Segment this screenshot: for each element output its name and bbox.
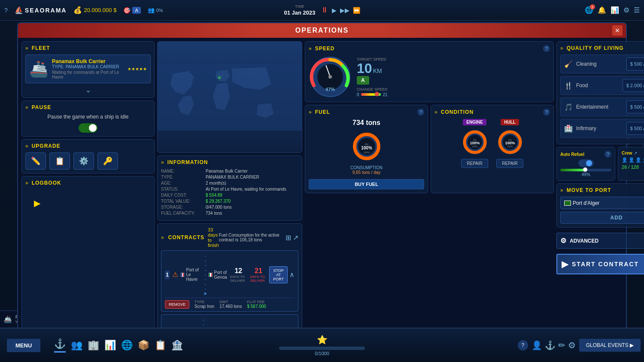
auto-refuel-help[interactable]: ? bbox=[605, 151, 611, 158]
svg-text:100%: 100% bbox=[505, 141, 515, 145]
crew-external-link[interactable]: ↗ bbox=[634, 151, 637, 155]
start-contract-button[interactable]: ▶ START CONTRACT bbox=[556, 254, 644, 274]
refuel-slider-thumb bbox=[583, 167, 587, 172]
remove-btn-1-wrap: REMOVE bbox=[165, 300, 189, 309]
bottom-icon-charts[interactable]: 📊 bbox=[104, 340, 116, 351]
panel-body: » Fleet 🚢 Panamax Bulk Carrier TYPE: PAN… bbox=[18, 38, 626, 362]
condition-help-icon[interactable]: ? bbox=[543, 109, 550, 116]
contracts-link-icon[interactable]: ↗ bbox=[293, 234, 298, 242]
speed-3-btn[interactable]: ⏩ bbox=[353, 7, 360, 14]
bottom-icon-crew[interactable]: 👥 bbox=[71, 340, 82, 351]
contract-row-1: 1 ⚠ Port of Le Havre - - - - - - - - ➤ P… bbox=[161, 250, 298, 312]
consumption-value: 9,65 tons / day bbox=[309, 170, 424, 175]
bottom-icon-contracts[interactable]: 📋 bbox=[155, 340, 166, 351]
fleet-expand[interactable]: ⌄ bbox=[25, 86, 151, 94]
top-bar-right: 🌐1 🔔 📊 ⚙ ☰ bbox=[585, 6, 640, 14]
speed-content: 47% TARGET SPEED 10 KM A CHANGE SPEED 0 bbox=[309, 55, 550, 98]
pause-btn[interactable]: ⏸ bbox=[321, 6, 328, 15]
speed-help-icon[interactable]: ? bbox=[543, 45, 550, 52]
svg-text:100%: 100% bbox=[507, 145, 513, 148]
hull-gauge: HULL 0% 100% 100% bbox=[495, 119, 525, 168]
close-button[interactable]: ✕ bbox=[612, 25, 623, 36]
svg-text:100%: 100% bbox=[363, 151, 370, 154]
settings-icon[interactable]: ⚙ bbox=[623, 6, 629, 14]
bottom-icon-ships[interactable]: ⚓ bbox=[54, 338, 66, 353]
collapse-icon-1[interactable]: ∧ bbox=[289, 271, 295, 279]
add-port-button[interactable]: ADD bbox=[560, 212, 644, 224]
port-input[interactable]: Port d'Alger 🔍 bbox=[560, 197, 644, 209]
pause-toggle[interactable] bbox=[79, 123, 97, 133]
bottom-icon-globe[interactable]: 🌐 bbox=[121, 340, 133, 351]
bottom-left: MENU bbox=[0, 339, 47, 352]
help-icon[interactable]: ? bbox=[4, 7, 8, 14]
crew-icon-4: 👤 bbox=[642, 157, 644, 163]
upgrade-btn-key[interactable]: 🔑 bbox=[97, 152, 118, 170]
speed-percent: 47% bbox=[325, 87, 335, 92]
fuel-gauge: 0% 100% 100% bbox=[349, 129, 384, 164]
bottom-right-icon-3[interactable]: ✏ bbox=[558, 340, 565, 350]
notification-icon-1[interactable]: 🌐1 bbox=[585, 6, 593, 14]
help-bottom-icon[interactable]: ? bbox=[518, 340, 528, 350]
svg-text:100%: 100% bbox=[472, 145, 477, 148]
contracts-expand-icon[interactable]: ⊞ bbox=[286, 234, 291, 242]
speed-2-btn[interactable]: ▶▶ bbox=[340, 7, 349, 14]
remove-btn-1[interactable]: REMOVE bbox=[165, 300, 189, 309]
flag-france-1 bbox=[181, 273, 184, 277]
refuel-percent: 49% bbox=[560, 172, 611, 177]
bottom-icon-cargo[interactable]: 📦 bbox=[138, 340, 149, 351]
stop-at-port-btn-1[interactable]: STOP AT PORT bbox=[269, 266, 288, 283]
menu-button[interactable]: MENU bbox=[7, 339, 40, 352]
bottom-right-icon-4[interactable]: ⚙ bbox=[568, 340, 576, 350]
ship-card[interactable]: 🚢 Panamax Bulk Carrier TYPE: PANAMAX BUL… bbox=[25, 55, 151, 83]
speed-1-btn[interactable]: ▶ bbox=[332, 7, 337, 14]
global-events-button[interactable]: GLOBAL EVENTS ▶ bbox=[579, 339, 641, 352]
repair-engine-btn[interactable]: REPAIR bbox=[461, 159, 488, 168]
svg-text:100%: 100% bbox=[361, 146, 372, 150]
arrow-right-icon: ▶ bbox=[562, 259, 568, 269]
fuel-help-icon[interactable]: ? bbox=[417, 109, 424, 116]
upgrade-btn-docs[interactable]: 📋 bbox=[49, 152, 70, 170]
upgrade-btn-settings[interactable]: ⚙️ bbox=[73, 152, 94, 170]
food-value: $ 2.000 / Month ▲▼ bbox=[623, 79, 644, 92]
contracts-header: » Contracts 33 days to finish Fuel Consu… bbox=[161, 227, 298, 248]
crew-count: 26 / 128 bbox=[622, 164, 644, 170]
advanced-button[interactable]: ⚙ ADVANCED bbox=[556, 233, 644, 249]
info-fuel-cap-row: FUEL CAPACITY: 734 tons bbox=[161, 211, 298, 216]
notification-icon-3[interactable]: 📊 bbox=[611, 6, 619, 14]
fleet-section: » Fleet 🚢 Panamax Bulk Carrier TYPE: PAN… bbox=[21, 41, 155, 98]
auto-badge: A bbox=[357, 76, 369, 85]
bottom-right-icon-2[interactable]: ⚓ bbox=[545, 340, 556, 350]
fuel-section: » Fuel ? 734 tons bbox=[305, 105, 428, 193]
food-icon: 🍴 bbox=[564, 82, 573, 90]
repair-hull-btn[interactable]: REPAIR bbox=[496, 159, 523, 168]
notification-icon-2[interactable]: 🔔 bbox=[598, 6, 606, 14]
svg-point-6 bbox=[328, 75, 332, 79]
crew-icons: 👤 👤 👤 👤 👤 👤 bbox=[622, 157, 644, 163]
auto-refuel-toggle[interactable] bbox=[578, 159, 594, 167]
port-flag-icon bbox=[564, 201, 571, 206]
buy-fuel-button[interactable]: BUY FUEL bbox=[309, 179, 424, 189]
xp-text: 0/1000 bbox=[315, 351, 329, 356]
menu-icon[interactable]: ☰ bbox=[634, 6, 640, 14]
move-to-port-section: » Move to Port Port d'Alger 🔍 ADD bbox=[556, 183, 644, 228]
speed-slider-thumb bbox=[375, 92, 379, 96]
upgrade-btn-edit[interactable]: ✏️ bbox=[25, 152, 46, 170]
ship-small-icon: 🚢 bbox=[3, 315, 12, 323]
playback-controls: ⏸ ▶ ▶▶ ⏩ bbox=[321, 6, 360, 15]
toggle-thumb bbox=[89, 124, 97, 132]
warning-icon-1: ⚠ bbox=[172, 271, 178, 279]
speed-slider[interactable] bbox=[361, 93, 381, 96]
ship-info: Panamax Bulk Carrier TYPE: PANAMAX BULK … bbox=[52, 58, 124, 79]
svg-text:100%: 100% bbox=[470, 141, 480, 145]
bottom-icon-buildings[interactable]: 🏢 bbox=[88, 340, 99, 351]
condition-section: » Condition ? ENGINE bbox=[431, 105, 554, 193]
hull-badge: HULL bbox=[501, 119, 519, 125]
app-logo: ⛵ SEAORAMA bbox=[15, 6, 67, 14]
bottom-right-icon-1[interactable]: 👤 bbox=[532, 340, 542, 350]
refuel-slider[interactable] bbox=[560, 169, 611, 171]
rank-badge: 🎯 A bbox=[123, 7, 140, 14]
qol-food: 🍴 Food $ 2.000 / Month ▲▼ bbox=[560, 76, 644, 95]
map-container bbox=[157, 41, 302, 153]
bottom-icon-bank[interactable]: 🏦 bbox=[171, 340, 183, 351]
speed-info: TARGET SPEED 10 KM A CHANGE SPEED 0 bbox=[357, 57, 388, 97]
